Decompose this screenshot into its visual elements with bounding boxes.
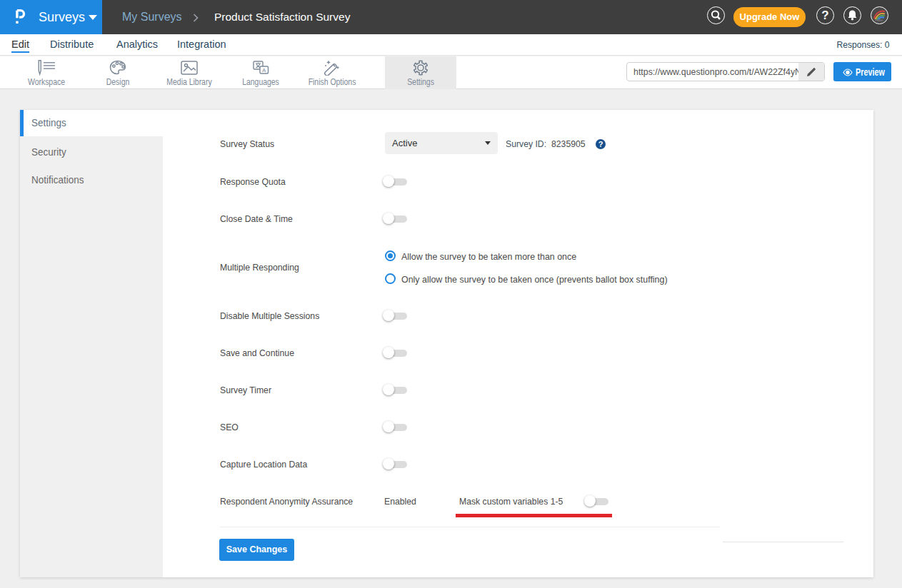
svg-text:A: A: [262, 67, 266, 74]
